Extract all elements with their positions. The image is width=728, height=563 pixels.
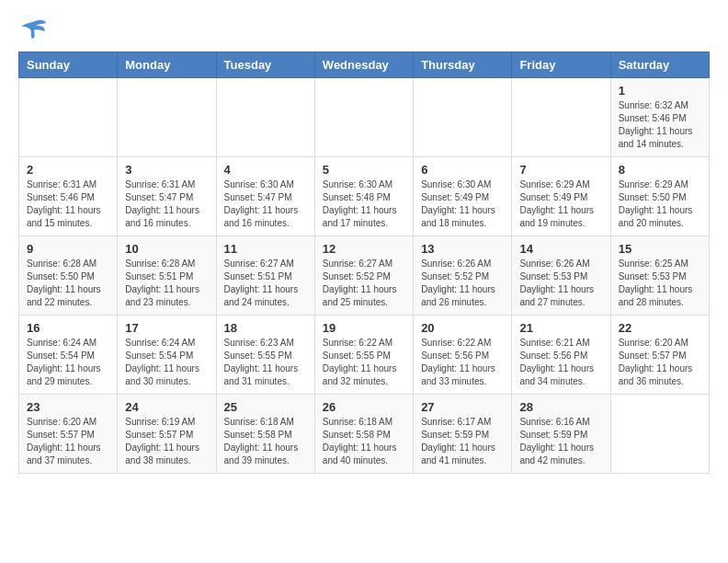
calendar-cell: 3Sunrise: 6:31 AM Sunset: 5:47 PM Daylig… bbox=[118, 157, 216, 236]
day-number: 8 bbox=[619, 163, 701, 177]
weekday-header-friday: Friday bbox=[512, 52, 610, 78]
calendar-cell: 20Sunrise: 6:22 AM Sunset: 5:56 PM Dayli… bbox=[414, 316, 512, 395]
day-number: 20 bbox=[421, 321, 504, 335]
calendar-cell: 14Sunrise: 6:26 AM Sunset: 5:53 PM Dayli… bbox=[512, 236, 610, 316]
calendar-cell: 23Sunrise: 6:20 AM Sunset: 5:57 PM Dayli… bbox=[19, 395, 118, 474]
day-detail: Sunrise: 6:22 AM Sunset: 5:56 PM Dayligh… bbox=[421, 337, 504, 388]
day-number: 3 bbox=[125, 163, 208, 177]
day-number: 21 bbox=[519, 321, 602, 335]
day-number: 5 bbox=[323, 163, 405, 177]
day-number: 12 bbox=[323, 242, 405, 256]
day-number: 17 bbox=[125, 321, 208, 335]
day-detail: Sunrise: 6:31 AM Sunset: 5:47 PM Dayligh… bbox=[125, 178, 208, 230]
day-detail: Sunrise: 6:31 AM Sunset: 5:46 PM Dayligh… bbox=[27, 178, 109, 230]
day-number: 4 bbox=[224, 163, 307, 177]
calendar-cell: 19Sunrise: 6:22 AM Sunset: 5:55 PM Dayli… bbox=[314, 316, 413, 395]
day-number: 16 bbox=[27, 321, 109, 335]
calendar-cell: 21Sunrise: 6:21 AM Sunset: 5:56 PM Dayli… bbox=[512, 316, 610, 395]
day-detail: Sunrise: 6:24 AM Sunset: 5:54 PM Dayligh… bbox=[125, 337, 208, 388]
week-row-3: 9Sunrise: 6:28 AM Sunset: 5:50 PM Daylig… bbox=[19, 236, 710, 316]
calendar-cell: 7Sunrise: 6:29 AM Sunset: 5:49 PM Daylig… bbox=[512, 157, 610, 236]
calendar-cell: 4Sunrise: 6:30 AM Sunset: 5:47 PM Daylig… bbox=[216, 157, 314, 236]
day-number: 26 bbox=[323, 400, 405, 414]
calendar-cell bbox=[118, 78, 216, 157]
day-number: 9 bbox=[27, 242, 109, 256]
calendar-cell: 8Sunrise: 6:29 AM Sunset: 5:50 PM Daylig… bbox=[610, 157, 709, 236]
day-number: 10 bbox=[125, 242, 208, 256]
day-detail: Sunrise: 6:18 AM Sunset: 5:58 PM Dayligh… bbox=[323, 416, 405, 467]
day-detail: Sunrise: 6:18 AM Sunset: 5:58 PM Dayligh… bbox=[224, 416, 307, 467]
day-detail: Sunrise: 6:16 AM Sunset: 5:59 PM Dayligh… bbox=[519, 416, 602, 467]
calendar-cell: 24Sunrise: 6:19 AM Sunset: 5:57 PM Dayli… bbox=[118, 395, 216, 474]
day-detail: Sunrise: 6:28 AM Sunset: 5:51 PM Dayligh… bbox=[125, 258, 208, 309]
day-number: 22 bbox=[619, 321, 701, 335]
weekday-header-thursday: Thursday bbox=[414, 52, 512, 78]
calendar-cell: 17Sunrise: 6:24 AM Sunset: 5:54 PM Dayli… bbox=[118, 316, 216, 395]
weekday-header-wednesday: Wednesday bbox=[314, 52, 413, 78]
weekday-header-tuesday: Tuesday bbox=[216, 52, 314, 78]
calendar-table: SundayMondayTuesdayWednesdayThursdayFrid… bbox=[18, 52, 710, 474]
calendar-cell bbox=[610, 395, 709, 474]
calendar-cell: 13Sunrise: 6:26 AM Sunset: 5:52 PM Dayli… bbox=[414, 236, 512, 316]
day-detail: Sunrise: 6:19 AM Sunset: 5:57 PM Dayligh… bbox=[125, 416, 208, 467]
day-number: 19 bbox=[323, 321, 405, 335]
day-number: 2 bbox=[27, 163, 109, 177]
day-detail: Sunrise: 6:21 AM Sunset: 5:56 PM Dayligh… bbox=[519, 337, 602, 388]
calendar-cell: 10Sunrise: 6:28 AM Sunset: 5:51 PM Dayli… bbox=[118, 236, 216, 316]
calendar-cell bbox=[19, 78, 118, 157]
week-row-5: 23Sunrise: 6:20 AM Sunset: 5:57 PM Dayli… bbox=[19, 395, 710, 474]
calendar-cell: 28Sunrise: 6:16 AM Sunset: 5:59 PM Dayli… bbox=[512, 395, 610, 474]
calendar-cell: 15Sunrise: 6:25 AM Sunset: 5:53 PM Dayli… bbox=[610, 236, 709, 316]
logo bbox=[18, 18, 51, 44]
day-number: 13 bbox=[421, 242, 504, 256]
day-detail: Sunrise: 6:30 AM Sunset: 5:49 PM Dayligh… bbox=[421, 178, 504, 230]
day-number: 6 bbox=[421, 163, 504, 177]
day-number: 24 bbox=[125, 400, 208, 414]
day-number: 28 bbox=[519, 400, 602, 414]
calendar-cell: 9Sunrise: 6:28 AM Sunset: 5:50 PM Daylig… bbox=[19, 236, 118, 316]
calendar-cell: 2Sunrise: 6:31 AM Sunset: 5:46 PM Daylig… bbox=[19, 157, 118, 236]
day-number: 1 bbox=[619, 84, 701, 98]
calendar-cell bbox=[512, 78, 610, 157]
weekday-header-row: SundayMondayTuesdayWednesdayThursdayFrid… bbox=[19, 52, 710, 78]
week-row-4: 16Sunrise: 6:24 AM Sunset: 5:54 PM Dayli… bbox=[19, 316, 710, 395]
calendar-cell: 1Sunrise: 6:32 AM Sunset: 5:46 PM Daylig… bbox=[610, 78, 709, 157]
week-row-1: 1Sunrise: 6:32 AM Sunset: 5:46 PM Daylig… bbox=[19, 78, 710, 157]
day-detail: Sunrise: 6:20 AM Sunset: 5:57 PM Dayligh… bbox=[27, 416, 109, 467]
day-number: 23 bbox=[27, 400, 109, 414]
day-detail: Sunrise: 6:30 AM Sunset: 5:48 PM Dayligh… bbox=[323, 178, 405, 230]
day-detail: Sunrise: 6:26 AM Sunset: 5:53 PM Dayligh… bbox=[519, 258, 602, 309]
calendar-cell: 25Sunrise: 6:18 AM Sunset: 5:58 PM Dayli… bbox=[216, 395, 314, 474]
calendar-cell: 18Sunrise: 6:23 AM Sunset: 5:55 PM Dayli… bbox=[216, 316, 314, 395]
day-detail: Sunrise: 6:22 AM Sunset: 5:55 PM Dayligh… bbox=[323, 337, 405, 388]
weekday-header-sunday: Sunday bbox=[19, 52, 118, 78]
calendar-cell: 16Sunrise: 6:24 AM Sunset: 5:54 PM Dayli… bbox=[19, 316, 118, 395]
day-number: 27 bbox=[421, 400, 504, 414]
calendar-cell bbox=[216, 78, 314, 157]
day-detail: Sunrise: 6:28 AM Sunset: 5:50 PM Dayligh… bbox=[27, 258, 109, 309]
calendar-cell: 6Sunrise: 6:30 AM Sunset: 5:49 PM Daylig… bbox=[414, 157, 512, 236]
day-detail: Sunrise: 6:27 AM Sunset: 5:51 PM Dayligh… bbox=[224, 258, 307, 309]
day-number: 25 bbox=[224, 400, 307, 414]
day-number: 11 bbox=[224, 242, 307, 256]
day-detail: Sunrise: 6:20 AM Sunset: 5:57 PM Dayligh… bbox=[619, 337, 701, 388]
logo-icon bbox=[18, 18, 48, 44]
day-detail: Sunrise: 6:23 AM Sunset: 5:55 PM Dayligh… bbox=[224, 337, 307, 388]
calendar-cell bbox=[414, 78, 512, 157]
weekday-header-saturday: Saturday bbox=[610, 52, 709, 78]
calendar-cell bbox=[314, 78, 413, 157]
weekday-header-monday: Monday bbox=[118, 52, 216, 78]
calendar-cell: 5Sunrise: 6:30 AM Sunset: 5:48 PM Daylig… bbox=[314, 157, 413, 236]
day-detail: Sunrise: 6:32 AM Sunset: 5:46 PM Dayligh… bbox=[619, 99, 701, 151]
day-detail: Sunrise: 6:30 AM Sunset: 5:47 PM Dayligh… bbox=[224, 178, 307, 230]
day-number: 7 bbox=[519, 163, 602, 177]
day-number: 18 bbox=[224, 321, 307, 335]
calendar-cell: 11Sunrise: 6:27 AM Sunset: 5:51 PM Dayli… bbox=[216, 236, 314, 316]
day-number: 15 bbox=[619, 242, 701, 256]
day-detail: Sunrise: 6:24 AM Sunset: 5:54 PM Dayligh… bbox=[27, 337, 109, 388]
day-number: 14 bbox=[519, 242, 602, 256]
calendar-cell: 22Sunrise: 6:20 AM Sunset: 5:57 PM Dayli… bbox=[610, 316, 709, 395]
week-row-2: 2Sunrise: 6:31 AM Sunset: 5:46 PM Daylig… bbox=[19, 157, 710, 236]
calendar-cell: 26Sunrise: 6:18 AM Sunset: 5:58 PM Dayli… bbox=[314, 395, 413, 474]
calendar-cell: 12Sunrise: 6:27 AM Sunset: 5:52 PM Dayli… bbox=[314, 236, 413, 316]
